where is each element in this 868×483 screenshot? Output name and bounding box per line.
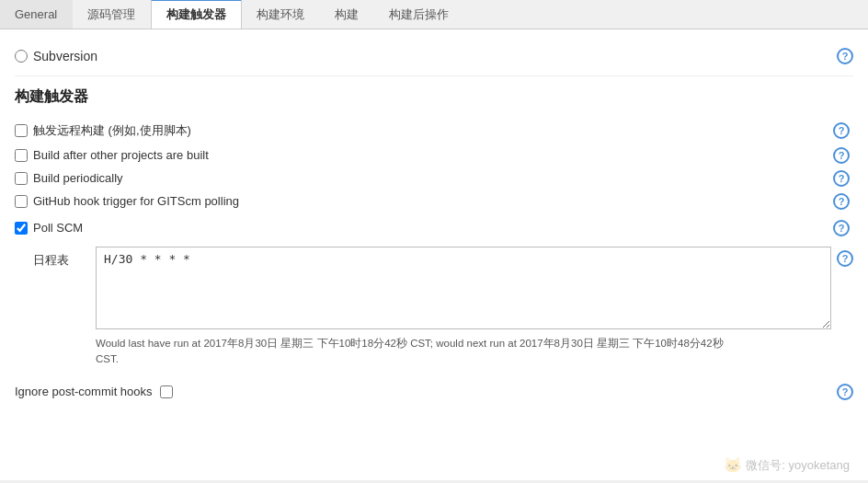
- tab-post[interactable]: 构建后操作: [374, 0, 464, 29]
- schedule-help-icon[interactable]: ?: [837, 250, 853, 267]
- trigger-help-after-other[interactable]: ?: [833, 147, 850, 164]
- schedule-textarea-wrap: Would last have run at 2017年8月30日 星期三 下午…: [96, 247, 831, 368]
- schedule-textarea[interactable]: [96, 247, 831, 329]
- trigger-checkbox-github[interactable]: [15, 195, 28, 208]
- trigger-row-after-other: Build after other projects are built ?: [15, 144, 853, 167]
- subversion-radio[interactable]: [15, 50, 28, 63]
- trigger-label-github[interactable]: GitHub hook trigger for GITScm polling: [33, 194, 239, 208]
- trigger-row-remote: 触发远程构建 (例如,使用脚本) ?: [15, 118, 853, 144]
- trigger-row-poll-scm: Poll SCM ?: [15, 216, 853, 239]
- trigger-help-periodically[interactable]: ?: [833, 170, 850, 187]
- watermark: 🐱 微信号: yoyoketang: [724, 456, 850, 474]
- tab-trigger[interactable]: 构建触发器: [151, 0, 242, 29]
- tabs-bar: General 源码管理 构建触发器 构建环境 构建 构建后操作: [0, 0, 868, 29]
- tab-general[interactable]: General: [0, 0, 73, 29]
- tab-source[interactable]: 源码管理: [73, 0, 151, 29]
- ignore-post-commit-help[interactable]: ?: [837, 384, 853, 400]
- trigger-help-github[interactable]: ?: [833, 193, 850, 210]
- trigger-help-poll-scm[interactable]: ?: [833, 220, 850, 236]
- schedule-row: 日程表 Would last have run at 2017年8月30日 星期…: [33, 247, 853, 368]
- trigger-label-poll-scm[interactable]: Poll SCM: [33, 221, 83, 235]
- schedule-label: 日程表: [33, 247, 88, 269]
- ignore-post-commit-checkbox[interactable]: [160, 385, 173, 398]
- trigger-checkbox-remote[interactable]: [15, 124, 28, 137]
- trigger-checkbox-periodically[interactable]: [15, 172, 28, 185]
- watermark-text: 微信号: yoyoketang: [746, 457, 850, 474]
- watermark-icon: 🐱: [724, 456, 742, 474]
- schedule-info: Would last have run at 2017年8月30日 星期三 下午…: [96, 336, 730, 368]
- trigger-row-github-hook: GitHub hook trigger for GITScm polling ?: [15, 190, 853, 213]
- trigger-checkbox-after-other[interactable]: [15, 149, 28, 162]
- tab-build[interactable]: 构建: [320, 0, 374, 29]
- poll-scm-section: Poll SCM ? 日程表 Would last have run at 20…: [15, 216, 853, 368]
- ignore-post-commit-label: Ignore post-commit hooks: [15, 385, 153, 398]
- trigger-checkbox-poll-scm[interactable]: [15, 222, 28, 235]
- section-title: 构建触发器: [15, 87, 853, 107]
- trigger-label-periodically[interactable]: Build periodically: [33, 171, 123, 185]
- content-area: Subversion ? 构建触发器 触发远程构建 (例如,使用脚本) ? Bu…: [0, 29, 868, 480]
- tab-env[interactable]: 构建环境: [242, 0, 320, 29]
- subversion-label[interactable]: Subversion: [33, 49, 97, 63]
- trigger-label-after-other[interactable]: Build after other projects are built: [33, 148, 209, 162]
- trigger-help-remote[interactable]: ?: [833, 122, 850, 139]
- trigger-label-remote[interactable]: 触发远程构建 (例如,使用脚本): [33, 122, 191, 139]
- trigger-row-periodically: Build periodically ?: [15, 167, 853, 190]
- subversion-row: Subversion ?: [15, 40, 853, 76]
- ignore-post-commit-row: Ignore post-commit hooks ?: [15, 379, 853, 405]
- subversion-help-icon[interactable]: ?: [837, 48, 853, 64]
